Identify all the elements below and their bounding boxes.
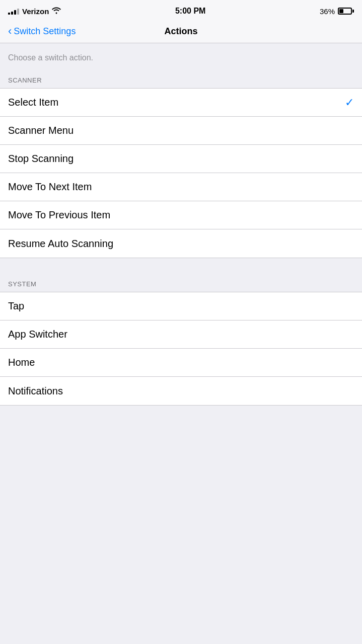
back-chevron-icon: ‹	[8, 26, 12, 37]
list-item-resume-auto-scanning[interactable]: Resume Auto Scanning	[0, 229, 362, 258]
status-bar: Verizon 5:00 PM 36%	[0, 0, 362, 22]
list-item-label: Notifications	[8, 385, 63, 397]
status-left: Verizon	[8, 7, 61, 16]
list-item-label: Tap	[8, 300, 24, 312]
list-item-scanner-menu[interactable]: Scanner Menu	[0, 117, 362, 145]
wifi-icon	[52, 7, 61, 16]
list-item-select-item[interactable]: Select Item ✓	[0, 89, 362, 117]
status-right: 36%	[320, 7, 354, 16]
back-button[interactable]: ‹ Switch Settings	[8, 26, 76, 37]
signal-bars-icon	[8, 8, 19, 15]
status-time: 5:00 PM	[175, 7, 205, 16]
list-item-home[interactable]: Home	[0, 349, 362, 377]
system-list: Tap App Switcher Home Notifications	[0, 292, 362, 406]
list-item-label: Home	[8, 357, 35, 368]
section-gap	[0, 258, 362, 276]
list-item-label: Move To Previous Item	[8, 209, 110, 221]
list-item-stop-scanning[interactable]: Stop Scanning	[0, 145, 362, 173]
list-item-label: Scanner Menu	[8, 125, 74, 136]
list-item-label: App Switcher	[8, 329, 67, 340]
list-item-move-next[interactable]: Move To Next Item	[0, 173, 362, 201]
page-title: Actions	[164, 26, 197, 37]
scanner-list: Select Item ✓ Scanner Menu Stop Scanning…	[0, 88, 362, 258]
list-item-label: Stop Scanning	[8, 153, 74, 165]
battery-icon	[338, 8, 354, 15]
back-label: Switch Settings	[14, 26, 76, 37]
list-item-move-previous[interactable]: Move To Previous Item	[0, 201, 362, 229]
battery-percent: 36%	[320, 7, 335, 16]
list-item-label: Select Item	[8, 97, 58, 108]
section-description: Choose a switch action.	[0, 43, 362, 72]
checkmark-icon: ✓	[345, 96, 354, 109]
list-item-label: Move To Next Item	[8, 181, 92, 193]
content: Choose a switch action. SCANNER Select I…	[0, 43, 362, 406]
list-item-tap[interactable]: Tap	[0, 292, 362, 320]
section-header-scanner: SCANNER	[0, 72, 362, 88]
section-header-system: SYSTEM	[0, 276, 362, 292]
nav-bar: ‹ Switch Settings Actions	[0, 22, 362, 43]
list-item-app-switcher[interactable]: App Switcher	[0, 320, 362, 349]
list-item-label: Resume Auto Scanning	[8, 238, 113, 250]
carrier-label: Verizon	[22, 7, 49, 16]
list-item-notifications[interactable]: Notifications	[0, 377, 362, 405]
